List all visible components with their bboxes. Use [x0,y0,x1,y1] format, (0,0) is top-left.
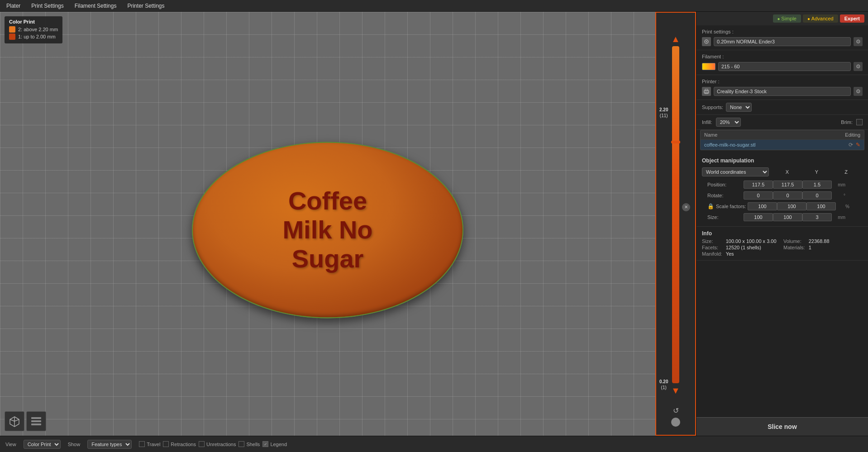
info-size-value: 100.00 x 100.00 x 3.00 [726,238,780,244]
slice-now-button[interactable]: Slice now [696,417,868,436]
legend-item-1: 1: up to 2.00 mm [9,33,58,40]
show-select[interactable]: Feature types [87,440,132,449]
legend-title: Color Print [9,19,58,24]
cube-icon [8,415,21,428]
legend-checkbox[interactable]: ✓ [262,441,268,447]
layer-value-top: 2.20 (11) [659,107,668,119]
view-icons [5,411,46,431]
position-y-input[interactable] [773,181,802,189]
slider-wrapper: ▲ ▼ 2.20 (11) 0.20 (1) ✕ ↺ [658,16,694,431]
reload-icon[interactable]: ⟳ [849,142,853,148]
info-manifold-value: Yes [726,251,780,257]
slider-thumb[interactable] [671,141,680,143]
info-facets-value: 12520 (1 shells) [726,245,780,250]
display-checkboxes: Travel Retractions Unretractions Shells … [139,441,287,447]
filament-section: Filament : 215 - 60 ⚙ [696,50,868,75]
slider-top-arrow[interactable]: ▲ [671,34,680,43]
print-settings-gear[interactable]: ⚙ [854,37,863,46]
rotate-unit: ° [832,193,845,198]
model-row[interactable]: coffee-milk-no-sugar.stl ⟳ ✎ [701,139,864,150]
printer-select[interactable]: Creality Ender-3 Stock [714,87,851,96]
coaster-3d-object: Coffee Milk No Sugar [183,133,472,323]
infill-select[interactable]: 20% [716,118,741,127]
color-legend: Color Print 2: above 2.20 mm 1: up to 2.… [5,16,62,43]
retractions-checkbox[interactable] [163,441,169,447]
menu-print-settings[interactable]: Print Settings [29,2,66,10]
position-z-input[interactable] [802,181,832,189]
scale-x-input[interactable] [748,202,777,210]
printer-gear[interactable]: ⚙ [854,87,863,96]
shells-label: Shells [246,442,260,447]
menu-filament-settings[interactable]: Filament Settings [72,2,119,10]
rotate-x-input[interactable] [744,191,773,200]
filament-select[interactable]: 215 - 60 [718,62,851,71]
tab-simple[interactable]: ● Simple [773,14,801,23]
slider-bottom-arrow[interactable]: ▼ [671,386,680,395]
unretractions-checkbox-item: Unretractions [199,441,236,447]
unretractions-checkbox[interactable] [199,441,205,447]
printer-row: Creality Ender-3 Stock ⚙ [702,87,863,96]
rotate-row: Rotate: ° [702,190,863,201]
tab-expert[interactable]: Expert [840,14,864,23]
size-y-input[interactable] [773,213,802,221]
position-x-input[interactable] [744,181,773,189]
view-select[interactable]: Color Print [24,440,61,449]
printer-device-icon [703,88,710,95]
print-settings-row: 0.20mm NORMAL Ender3 ⚙ [702,37,863,46]
info-volume-value: 22368.88 [809,238,863,244]
shells-checkbox[interactable] [238,441,244,447]
info-section: Info Size: 100.00 x 100.00 x 3.00 Volume… [696,227,868,261]
edit-model-icon[interactable]: ✎ [856,142,860,148]
menu-plater[interactable]: Plater [4,2,23,10]
rotate-z-input[interactable] [802,191,832,200]
position-row: Position: mm [702,179,863,190]
layer-slider-panel: ▲ ▼ 2.20 (11) 0.20 (1) ✕ ↺ [655,12,696,436]
legend-item-2: 2: above 2.20 mm [9,26,58,33]
svg-point-5 [706,41,707,43]
viewport[interactable]: Color Print 2: above 2.20 mm 1: up to 2.… [0,12,655,436]
legend-swatch-1 [9,33,15,40]
info-volume-key: Volume: [783,238,805,244]
menu-printer-settings[interactable]: Printer Settings [124,2,167,10]
size-label: Size: [707,214,744,220]
legend-checkmark: ✓ [264,442,267,447]
model-table-header: Name Editing [701,130,864,139]
main-content: Color Print 2: above 2.20 mm 1: up to 2.… [0,12,868,436]
legend-label: Legend [270,442,287,447]
retractions-label: Retractions [171,442,196,447]
scale-z-input[interactable] [806,202,836,210]
size-x-input[interactable] [744,213,773,221]
info-facets-key: Facets: [702,245,722,250]
world-coordinates-select[interactable]: World coordinates [702,167,769,176]
print-settings-label: Print settings : [702,29,863,34]
supports-select[interactable]: None [726,103,752,112]
print-profile-select[interactable]: 0.20mm NORMAL Ender3 [714,37,851,46]
info-manifold-key: Manifold: [702,251,722,257]
filament-row: 215 - 60 ⚙ [702,62,863,71]
slider-track[interactable] [672,46,679,383]
legend-swatch-2 [9,26,15,33]
filament-color-swatch[interactable] [702,63,715,70]
3d-view-button[interactable] [5,411,24,431]
scale-unit: % [836,204,849,209]
model-table: Name Editing coffee-milk-no-sugar.stl ⟳ … [700,130,864,150]
printer-section: Printer : Creality Ender-3 Stock ⚙ [696,75,868,100]
size-z-input[interactable] [802,213,832,221]
print-settings-section: Print settings : 0.20mm NORMAL Ender3 ⚙ [696,25,868,50]
slider-origin-button[interactable] [671,418,680,427]
info-materials-value: 1 [809,245,863,250]
scale-y-input[interactable] [777,202,806,210]
lock-icon[interactable]: 🔒 [707,203,714,209]
view-label: View [5,442,16,447]
tab-advanced[interactable]: ● Advanced [803,14,838,23]
layer-view-button[interactable] [26,411,46,431]
rotate-y-input[interactable] [773,191,802,200]
filament-gear[interactable]: ⚙ [854,62,863,71]
travel-checkbox[interactable] [139,441,145,447]
brim-checkbox[interactable] [856,119,863,125]
slider-close-button[interactable]: ✕ [682,203,690,211]
supports-row: Supports: None [696,100,868,115]
slider-reset-button[interactable]: ↺ [673,406,679,415]
right-panel: ● Simple ● Advanced Expert Print setting… [696,12,868,436]
brim-label: Brim: [841,119,853,125]
